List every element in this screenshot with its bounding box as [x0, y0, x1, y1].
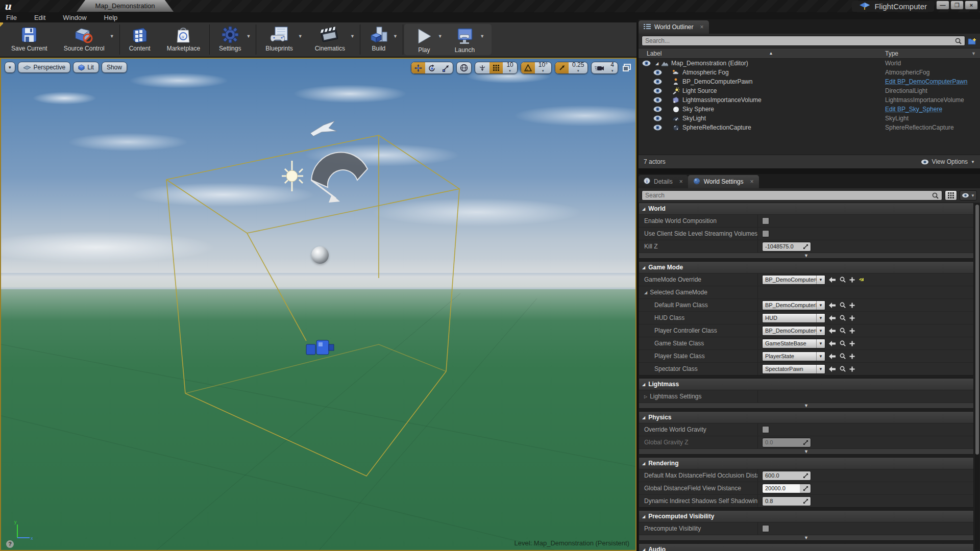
perspective-button[interactable]: Perspective — [18, 62, 71, 73]
section-header[interactable]: ◢World — [639, 203, 973, 214]
level-tab[interactable]: Map_Demonstration — [77, 0, 174, 12]
toolbar-button-play[interactable]: Play — [410, 24, 438, 55]
menu-file[interactable]: File — [6, 14, 17, 21]
use-selected-button[interactable] — [829, 366, 836, 372]
use-selected-button[interactable] — [829, 354, 836, 359]
grid-snap-toggle[interactable] — [489, 62, 503, 73]
dropdown-arrow-icon[interactable]: ▼ — [298, 34, 303, 39]
maximize-viewport-icon[interactable] — [622, 63, 631, 72]
surface-snap-button[interactable] — [475, 62, 489, 73]
outliner-row[interactable]: LightmassImportanceVolumeLightmassImport… — [639, 95, 980, 105]
camera-speed-value[interactable]: 4▾ — [607, 62, 618, 73]
restore-button[interactable]: ❐ — [950, 1, 964, 10]
checkbox-unchecked[interactable] — [762, 217, 769, 224]
menu-window[interactable]: Window — [63, 14, 86, 21]
outliner-column-header[interactable]: Label ▲ Type ▼ — [639, 48, 980, 59]
class-combo-box[interactable]: HUD▼ — [762, 313, 825, 323]
numeric-field[interactable]: -1048575.0 — [762, 242, 811, 252]
dropdown-arrow-icon[interactable]: ▼ — [350, 34, 355, 39]
column-filter-icon[interactable]: ▼ — [971, 51, 976, 56]
toolbar-button-blueprints[interactable]: Blueprints — [260, 22, 298, 57]
add-button[interactable] — [849, 303, 855, 308]
browse-button[interactable] — [840, 302, 846, 308]
angle-snap-toggle[interactable] — [521, 62, 535, 73]
toolbar-button-launch[interactable]: Launch — [450, 24, 480, 55]
expand-arrow-icon[interactable]: ◢ — [644, 290, 647, 295]
close-icon[interactable]: × — [750, 178, 754, 185]
checkbox-unchecked[interactable] — [762, 230, 769, 237]
lit-mode-button[interactable]: Lit — [73, 62, 99, 73]
section-header[interactable]: ◢Game Mode — [639, 262, 973, 273]
section-header[interactable]: ◢Rendering — [639, 458, 973, 469]
reset-to-default-button[interactable] — [859, 277, 864, 283]
pawn-camera-mesh[interactable] — [304, 338, 336, 360]
browse-button[interactable] — [840, 340, 846, 346]
use-selected-button[interactable] — [829, 277, 836, 283]
section-header[interactable]: ◢Audio — [639, 544, 973, 551]
toolbar-button-settings[interactable]: Settings — [214, 22, 246, 57]
expand-arrow-icon[interactable]: ◢ — [654, 61, 660, 66]
new-folder-icon[interactable] — [968, 37, 977, 45]
section-header[interactable]: ◢Lightmass — [639, 379, 973, 390]
add-button[interactable] — [849, 366, 855, 372]
visibility-eye-icon[interactable] — [650, 79, 665, 85]
visibility-eye-icon[interactable] — [650, 88, 665, 94]
outliner-row[interactable]: BP_DemoComputerPawnEdit BP_DemoComputerP… — [639, 77, 980, 86]
settings-search-input[interactable]: Search — [642, 190, 942, 201]
toolbar-button-source-control[interactable]: Source Control — [59, 22, 110, 57]
toolbar-button-marketplace[interactable]: uMarketplace — [162, 22, 205, 57]
add-button[interactable] — [849, 315, 855, 321]
visibility-eye-icon[interactable] — [639, 60, 654, 66]
angle-snap-value[interactable]: 10°▾ — [535, 62, 551, 73]
dropdown-arrow-icon[interactable]: ▼ — [393, 34, 398, 39]
section-expander[interactable]: ▼ — [639, 253, 973, 258]
outliner-row[interactable]: ◢Map_Demonstration (Editor)World — [639, 59, 980, 68]
close-button[interactable]: × — [965, 1, 978, 10]
section-expander[interactable]: ▼ — [639, 535, 973, 540]
move-tool-button[interactable] — [411, 62, 425, 73]
settings-scrollbar[interactable] — [975, 204, 979, 550]
grid-snap-value[interactable]: 10▾ — [503, 62, 517, 73]
class-combo-box[interactable]: BP_DemoComputerG▼ — [762, 275, 825, 285]
use-selected-button[interactable] — [829, 303, 836, 308]
section-expander[interactable]: ▼ — [639, 448, 973, 454]
toolbar-button-cinematics[interactable]: Cinematics — [310, 22, 350, 57]
outliner-row[interactable]: Light SourceDirectionalLight — [639, 86, 980, 95]
section-header[interactable]: ◢Precomputed Visibility — [639, 511, 973, 522]
settings-view-options-button[interactable]: ▼ — [960, 190, 977, 201]
dropdown-arrow-icon[interactable]: ▼ — [110, 34, 114, 39]
numeric-field[interactable]: 0.8 — [762, 496, 811, 506]
sun-gizmo[interactable] — [281, 149, 429, 216]
scale-snap-toggle[interactable] — [555, 62, 569, 73]
toolbar-button-save-current[interactable]: Save Current — [6, 22, 53, 57]
outliner-search-input[interactable]: Search... — [642, 36, 965, 46]
edit-blueprint-link[interactable]: Edit BP_Sky_Sphere — [885, 106, 942, 113]
numeric-field[interactable]: 600.0 — [762, 471, 811, 481]
checkbox-unchecked[interactable] — [762, 426, 769, 433]
dropdown-arrow-icon[interactable]: ▼ — [480, 34, 484, 39]
visibility-eye-icon[interactable] — [650, 115, 665, 121]
tab-world-settings[interactable]: World Settings× — [688, 175, 759, 188]
minimize-button[interactable]: — — [936, 1, 949, 10]
rotate-tool-button[interactable] — [425, 62, 439, 73]
class-combo-box[interactable]: GameStateBase▼ — [762, 339, 825, 348]
edit-blueprint-link[interactable]: Edit BP_DemoComputerPawn — [885, 78, 967, 85]
checkbox-unchecked[interactable] — [762, 525, 769, 532]
use-selected-button[interactable] — [829, 315, 836, 321]
tab-world-outliner[interactable]: World Outliner × — [639, 20, 709, 34]
numeric-field[interactable]: 20000.0 — [762, 484, 811, 493]
class-combo-box[interactable]: SpectatorPawn▼ — [762, 364, 825, 374]
visibility-eye-icon[interactable] — [650, 69, 665, 76]
use-selected-button[interactable] — [829, 328, 836, 334]
collapsed-arrow-icon[interactable]: ▷ — [644, 394, 647, 399]
sphere-reflection-capture-sprite[interactable] — [311, 246, 329, 264]
browse-button[interactable] — [840, 315, 846, 321]
visibility-eye-icon[interactable] — [650, 124, 665, 131]
browse-button[interactable] — [840, 328, 846, 334]
section-header[interactable]: ◢Physics — [639, 412, 973, 423]
browse-button[interactable] — [840, 353, 846, 359]
add-button[interactable] — [849, 341, 855, 346]
class-combo-box[interactable]: PlayerState▼ — [762, 352, 825, 361]
help-button[interactable]: ? — [6, 540, 14, 548]
property-matrix-button[interactable] — [945, 190, 957, 201]
